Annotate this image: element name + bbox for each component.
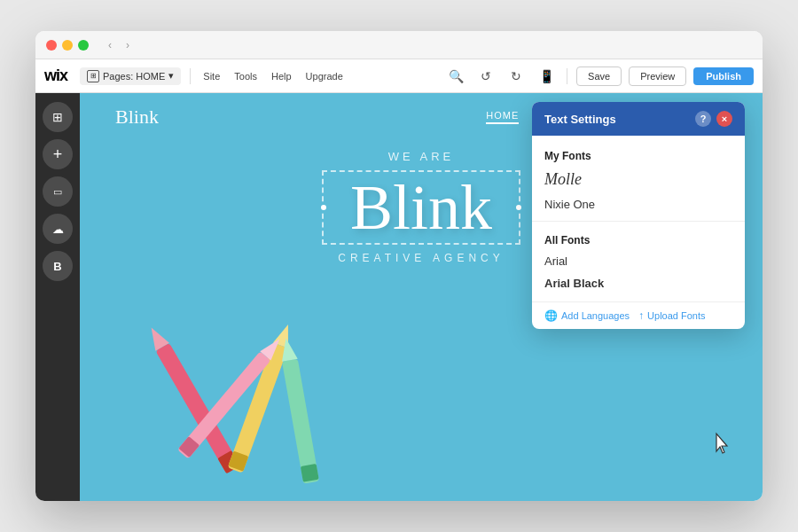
undo-icon[interactable]: ↺	[474, 65, 497, 88]
canvas-area[interactable]: Blink HOME ABOUT PORTFOLIO CONTACT WE AR…	[80, 93, 763, 501]
resize-handle-left[interactable]	[319, 203, 328, 212]
close-button[interactable]	[46, 40, 57, 51]
pages-icon: ⊞	[87, 70, 99, 82]
pages-dropdown[interactable]: ⊞ Pages: HOME ▾	[80, 67, 181, 85]
cursor	[714, 432, 732, 457]
close-icon[interactable]: ×	[716, 111, 732, 127]
save-button[interactable]: Save	[576, 66, 622, 86]
maximize-button[interactable]	[78, 40, 89, 51]
minimize-button[interactable]	[62, 40, 73, 51]
left-sidebar: ⊞ + ▭ ☁ B	[35, 93, 80, 501]
pencils-svg	[80, 270, 489, 501]
all-fonts-label: All Fonts	[532, 227, 745, 250]
font-arial[interactable]: Arial	[532, 250, 745, 272]
sidebar-item-app[interactable]: ☁	[43, 214, 73, 244]
help-icon[interactable]: ?	[695, 111, 711, 127]
panel-divider	[532, 221, 745, 222]
site-menu[interactable]: Site	[200, 69, 223, 83]
mac-window: ‹ › wix ⊞ Pages: HOME ▾ Site Tools Help …	[35, 31, 763, 501]
add-languages-link[interactable]: 🌐 Add Languages	[544, 309, 630, 322]
panel-header-icons: ? ×	[695, 111, 732, 127]
font-molle[interactable]: Molle	[532, 166, 745, 193]
back-arrow[interactable]: ‹	[103, 38, 117, 52]
nav-home[interactable]: HOME	[486, 110, 519, 124]
sidebar-item-blog[interactable]: B	[43, 251, 73, 281]
panel-footer: 🌐 Add Languages ↑ Upload Fonts	[532, 301, 745, 329]
publish-button[interactable]: Publish	[693, 67, 754, 85]
fwd-arrow[interactable]: ›	[121, 38, 135, 52]
blink-text-box[interactable]: Blink	[322, 170, 520, 245]
site-logo: Blink	[115, 106, 159, 129]
resize-handle-right[interactable]	[514, 203, 523, 212]
search-icon[interactable]: 🔍	[444, 65, 467, 88]
panel-body: My Fonts Molle Nixie One All Fonts Arial…	[532, 136, 745, 301]
help-menu[interactable]: Help	[268, 69, 295, 83]
sidebar-item-add[interactable]: +	[43, 139, 73, 169]
pencils-illustration	[80, 270, 489, 501]
preview-button[interactable]: Preview	[629, 66, 686, 86]
font-arial-black[interactable]: Arial Black	[532, 272, 745, 294]
upload-fonts-link[interactable]: ↑ Upload Fonts	[638, 309, 705, 322]
toolbar-sep-1	[190, 68, 191, 84]
redo-icon[interactable]: ↻	[505, 65, 528, 88]
font-nixie-one[interactable]: Nixie One	[532, 193, 745, 215]
add-languages-icon: 🌐	[544, 309, 558, 322]
chevron-down-icon: ▾	[168, 70, 174, 82]
my-fonts-label: My Fonts	[532, 143, 745, 166]
toolbar-sep-2	[567, 68, 567, 84]
blink-title: Blink	[350, 172, 492, 243]
sidebar-item-pages[interactable]: ⊞	[43, 102, 73, 132]
title-bar: ‹ ›	[35, 31, 763, 59]
editor-area: ⊞ + ▭ ☁ B Blink HOME ABOUT PORTFOLIO CON…	[35, 93, 763, 501]
nav-arrows: ‹ ›	[103, 38, 135, 52]
panel-title: Text Settings	[544, 113, 616, 126]
wix-toolbar: wix ⊞ Pages: HOME ▾ Site Tools Help Upgr…	[35, 59, 763, 93]
mobile-icon[interactable]: 📱	[535, 65, 558, 88]
wix-logo: wix	[44, 66, 67, 85]
sidebar-item-media[interactable]: ▭	[43, 176, 73, 207]
pages-label: Pages: HOME	[103, 71, 165, 82]
svg-rect-8	[301, 464, 319, 482]
tools-menu[interactable]: Tools	[231, 69, 261, 83]
panel-header: Text Settings ? ×	[532, 102, 745, 136]
upload-fonts-icon: ↑	[638, 309, 644, 322]
upgrade-menu[interactable]: Upgrade	[302, 69, 347, 83]
text-settings-panel: Text Settings ? × My Fonts Molle Nixie O…	[532, 102, 745, 329]
